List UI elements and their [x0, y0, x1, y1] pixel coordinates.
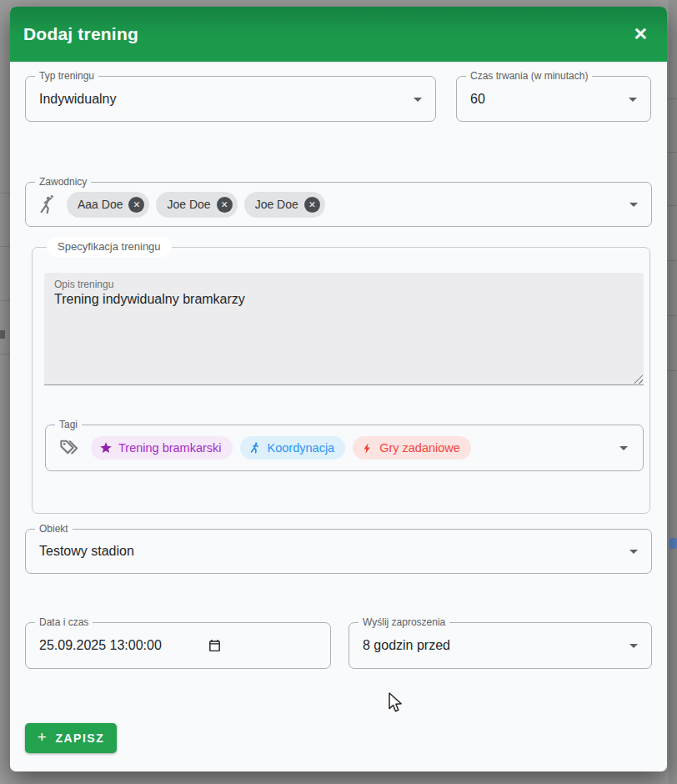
chevron-down-icon	[629, 203, 638, 207]
backdrop-row-line	[667, 260, 677, 261]
remove-player-icon[interactable]: ✕	[217, 197, 233, 213]
player-chip: Joe Doe ✕	[156, 192, 237, 218]
specyfikacja-legend: Specyfikacja treningu	[47, 237, 172, 257]
data-i-czas-value: 25.09.2025 13:00:00	[39, 638, 162, 653]
tag-chip-label: Trening bramkarski	[118, 441, 222, 455]
chevron-down-icon	[619, 446, 628, 450]
czas-trwania-label: Czas trwania (w minutach)	[466, 70, 592, 82]
backdrop-content-strip	[669, 0, 677, 784]
chevron-down-icon	[629, 98, 637, 102]
obiekt-select[interactable]: Obiekt Testowy stadion	[25, 529, 652, 574]
tagi-chip-row: Trening bramkarski Koordynacja	[58, 425, 471, 470]
specyfikacja-treningu-group: Specyfikacja treningu Opis treningu Tren…	[32, 247, 650, 514]
chevron-down-icon	[414, 98, 422, 102]
obiekt-value: Testowy stadion	[39, 544, 134, 559]
typ-treningu-select[interactable]: Typ treningu Indywidualny	[25, 76, 436, 122]
backdrop-row-line	[667, 98, 677, 99]
zawodnicy-chip-row: Aaa Doe ✕ Joe Doe ✕ Joe Doe ✕	[37, 183, 325, 226]
star-icon	[99, 441, 113, 455]
czas-trwania-value: 60	[470, 92, 485, 107]
page-backdrop: Dodaj trening ✕ Typ treningu Indywidualn…	[0, 0, 677, 784]
chevron-down-icon	[629, 550, 638, 554]
backdrop-row-line	[667, 370, 677, 371]
data-i-czas-input[interactable]: Data i czas 25.09.2025 13:00:00	[25, 622, 331, 669]
tag-chip-label: Gry zadaniowe	[379, 441, 460, 455]
chevron-down-icon	[629, 644, 638, 648]
bolt-icon	[361, 442, 374, 455]
backdrop-row-line	[0, 193, 10, 193]
obiekt-label: Obiekt	[35, 523, 73, 535]
backdrop-row-line	[0, 354, 10, 354]
player-chip-label: Aaa Doe	[78, 198, 123, 211]
backdrop-row-line	[0, 300, 10, 301]
data-i-czas-label: Data i czas	[35, 616, 93, 628]
save-button-label: ZAPISZ	[55, 731, 104, 745]
sports-person-icon	[37, 194, 58, 215]
tag-chip: Koordynacja	[240, 436, 346, 460]
remove-player-icon[interactable]: ✕	[304, 197, 320, 213]
mouse-cursor-icon	[388, 692, 404, 715]
typ-treningu-label: Typ treningu	[35, 70, 98, 82]
backdrop-row-line	[667, 152, 677, 153]
tag-chip: Trening bramkarski	[91, 436, 233, 460]
remove-player-icon[interactable]: ✕	[128, 197, 144, 213]
typ-treningu-value: Indywidualny	[39, 92, 117, 107]
player-chip-label: Joe Doe	[255, 198, 298, 211]
wyslij-zaproszenia-value: 8 godzin przed	[363, 638, 450, 653]
dialog-header: Dodaj trening ✕	[10, 7, 667, 62]
plus-icon: +	[38, 728, 48, 746]
wyslij-zaproszenia-label: Wyślij zaproszenia	[359, 616, 449, 628]
tagi-multiselect[interactable]: Tagi Trening bramkarski	[45, 425, 644, 471]
tag-chip-label: Koordynacja	[268, 441, 335, 455]
close-icon[interactable]: ✕	[628, 7, 653, 62]
runner-icon	[248, 441, 262, 455]
opis-treningu-label: Opis treningu	[54, 279, 113, 290]
backdrop-blue-fragment	[669, 538, 677, 549]
calendar-icon[interactable]	[208, 638, 222, 653]
wyslij-zaproszenia-select[interactable]: Wyślij zaproszenia 8 godzin przed	[349, 622, 652, 669]
add-training-dialog: Dodaj trening ✕ Typ treningu Indywidualn…	[10, 7, 667, 771]
czas-trwania-select[interactable]: Czas trwania (w minutach) 60	[456, 76, 651, 122]
player-chip-label: Joe Doe	[167, 198, 210, 211]
zawodnicy-multiselect[interactable]: Zawodnicy Aaa Doe ✕	[25, 182, 652, 227]
tag-chip: Gry zadaniowe	[353, 436, 471, 460]
backdrop-row-line	[667, 205, 677, 206]
opis-treningu-value: Trening indywidualny bramkarzy	[54, 292, 245, 307]
tags-icon	[58, 437, 81, 460]
dialog-title: Dodaj trening	[23, 7, 138, 62]
textarea-resize-handle[interactable]	[634, 374, 643, 384]
save-button[interactable]: + ZAPISZ	[25, 723, 117, 753]
backdrop-text-fragment	[0, 330, 5, 339]
player-chip: Joe Doe ✕	[244, 192, 325, 218]
backdrop-row-line	[0, 246, 10, 247]
player-chip: Aaa Doe ✕	[67, 192, 149, 218]
backdrop-row-line	[667, 315, 677, 316]
opis-treningu-textarea[interactable]: Opis treningu Trening indywidualny bramk…	[44, 273, 644, 385]
